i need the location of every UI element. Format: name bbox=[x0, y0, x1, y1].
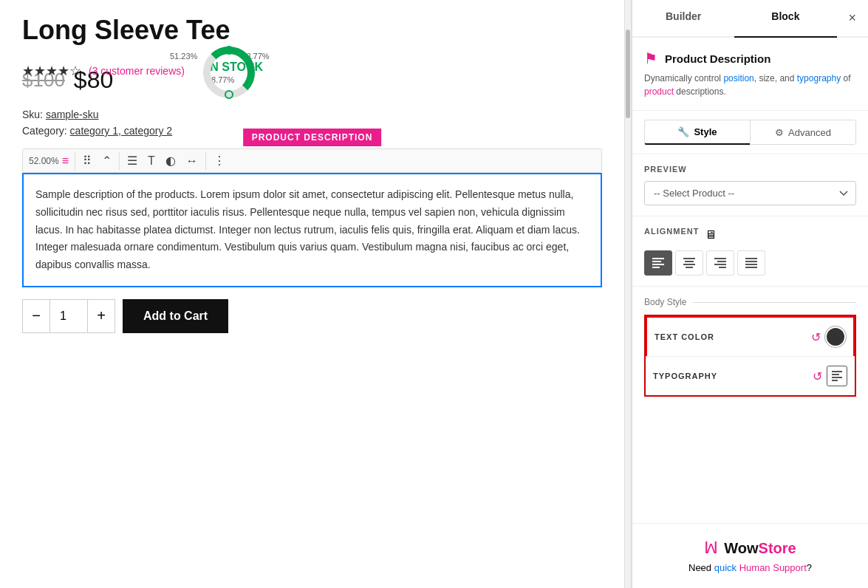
style-button[interactable]: 🔧 Style bbox=[644, 120, 750, 145]
text-color-picker-button[interactable] bbox=[825, 327, 846, 347]
toolbar-align-icons: ☰ T ◐ ↔ bbox=[120, 149, 205, 172]
svg-rect-21 bbox=[832, 374, 839, 375]
svg-rect-18 bbox=[745, 264, 757, 265]
svg-rect-13 bbox=[717, 261, 726, 262]
align-justify-button[interactable] bbox=[737, 250, 765, 276]
typography-reset-button[interactable]: ↺ bbox=[813, 369, 822, 383]
quick-text: quick bbox=[714, 562, 737, 573]
monitor-icon: 🖥 bbox=[705, 228, 717, 242]
toolbar-icons: ⠿ ⌃ bbox=[75, 149, 119, 172]
add-to-cart-button[interactable]: Add to Cart bbox=[123, 299, 228, 333]
svg-rect-22 bbox=[832, 377, 842, 378]
svg-rect-7 bbox=[652, 267, 660, 268]
edit-icon[interactable]: ≡ bbox=[62, 154, 69, 168]
product-panel: Long Sleeve Tee ★★★★☆ (3 customer review… bbox=[0, 0, 624, 588]
typography-row: TYPOGRAPHY ↺ bbox=[646, 356, 855, 395]
tab-builder[interactable]: Builder bbox=[632, 0, 734, 38]
alignment-label: ALIGNMENT bbox=[644, 227, 699, 236]
star-rating: ★★★★☆ bbox=[22, 63, 81, 79]
wowstore-text: WowStore bbox=[724, 540, 796, 557]
advanced-button[interactable]: ⚙ Advanced bbox=[750, 120, 856, 145]
select-product-dropdown[interactable]: -- Select Product -- bbox=[644, 181, 856, 205]
align-left-icon[interactable]: ☰ bbox=[124, 152, 140, 169]
svg-rect-23 bbox=[832, 380, 838, 381]
text-color-reset-button[interactable]: ↺ bbox=[811, 330, 821, 344]
move-up-icon[interactable]: ⌃ bbox=[99, 152, 115, 169]
svg-rect-5 bbox=[652, 261, 661, 262]
tab-block[interactable]: Block bbox=[734, 0, 836, 38]
alignment-buttons bbox=[644, 250, 856, 276]
advanced-label: Advanced bbox=[788, 127, 831, 138]
svg-rect-15 bbox=[719, 267, 726, 268]
toolbar-percent: 52.00% bbox=[29, 156, 59, 166]
quantity-increase-button[interactable]: + bbox=[87, 299, 115, 333]
human-text: Human Support bbox=[739, 562, 807, 573]
gear-icon: ⚙ bbox=[775, 127, 784, 138]
align-justify-icon bbox=[745, 258, 757, 268]
typography-icon bbox=[831, 370, 843, 382]
product-desc-tag: PRODUCT DESCRIPTION bbox=[243, 129, 382, 146]
svg-rect-11 bbox=[686, 267, 693, 268]
align-right-button[interactable] bbox=[706, 250, 734, 276]
preview-label: PREVIEW bbox=[644, 165, 856, 174]
block-toolbar: 52.00% ≡ ⠿ ⌃ ☰ T ◐ ↔ ⋮ PRODUCT DESCRIPTI… bbox=[22, 148, 602, 173]
quantity-decrease-button[interactable]: − bbox=[22, 299, 50, 333]
style-label: Style bbox=[694, 126, 717, 137]
svg-rect-10 bbox=[683, 264, 695, 265]
wow-text: Wow bbox=[724, 540, 758, 556]
text-color-label: TEXT COLOR bbox=[655, 332, 714, 341]
fill-icon[interactable]: ◐ bbox=[163, 152, 179, 169]
alignment-label-row: ALIGNMENT 🖥 bbox=[644, 227, 856, 243]
description-block[interactable]: Sample description of the products. Lore… bbox=[22, 173, 602, 287]
preview-section: PREVIEW -- Select Product -- bbox=[632, 154, 868, 216]
scrollbar[interactable] bbox=[624, 0, 632, 588]
quantity-input[interactable] bbox=[50, 299, 87, 333]
body-style-label: Body Style bbox=[644, 297, 856, 307]
store-text: Store bbox=[759, 540, 796, 556]
close-button[interactable]: × bbox=[837, 0, 869, 36]
category-label: Category: bbox=[22, 125, 67, 137]
sku-label: Sku: bbox=[22, 109, 43, 120]
svg-rect-9 bbox=[685, 261, 694, 262]
wowstore-support: Need quick Human Support? bbox=[644, 562, 856, 573]
svg-rect-6 bbox=[652, 264, 664, 265]
highlight-position: position bbox=[723, 73, 753, 83]
svg-rect-17 bbox=[745, 261, 757, 262]
svg-rect-19 bbox=[745, 267, 757, 268]
style-advanced-row: 🔧 Style ⚙ Advanced bbox=[632, 111, 868, 154]
stock-donut-chart bbox=[199, 43, 259, 102]
svg-rect-14 bbox=[714, 264, 726, 265]
text-icon[interactable]: T bbox=[145, 153, 158, 169]
alignment-section: ALIGNMENT 🖥 bbox=[632, 216, 868, 287]
more-icon[interactable]: ⋮ bbox=[211, 152, 228, 169]
highlight-product: product bbox=[644, 86, 674, 97]
align-center-icon bbox=[683, 258, 695, 268]
drag-icon[interactable]: ⠿ bbox=[80, 152, 95, 169]
plugin-icon: ⚑ bbox=[644, 49, 657, 67]
wowstore-logo: ꟽ WowStore bbox=[644, 539, 856, 558]
align-left-button[interactable] bbox=[644, 250, 672, 276]
text-color-controls: ↺ bbox=[811, 327, 846, 347]
typography-controls: ↺ bbox=[813, 366, 847, 386]
plugin-title-row: ⚑ Product Description bbox=[644, 49, 856, 67]
body-style-section: Body Style TEXT COLOR ↺ TYPOGRAPHY ↺ bbox=[632, 287, 868, 407]
review-link[interactable]: (3 customer reviews) bbox=[89, 65, 185, 77]
svg-rect-12 bbox=[714, 258, 726, 259]
right-panel: Builder Block × ⚑ Product Description Dy… bbox=[632, 0, 868, 588]
sku-row: Sku: sample-sku bbox=[22, 109, 602, 120]
align-left-icon bbox=[652, 258, 664, 268]
highlight-typography: typography bbox=[797, 73, 841, 83]
stock-donut: IN STOCK 48.77% bbox=[199, 58, 263, 84]
typography-settings-button[interactable] bbox=[827, 366, 847, 386]
typography-label: TYPOGRAPHY bbox=[653, 372, 717, 380]
body-style-controls: TEXT COLOR ↺ TYPOGRAPHY ↺ bbox=[644, 315, 856, 397]
wowstore-icon: ꟽ bbox=[704, 539, 718, 558]
category-value[interactable]: category 1, category 2 bbox=[70, 125, 173, 137]
expand-icon[interactable]: ↔ bbox=[183, 153, 201, 169]
toolbar-left: 52.00% ≡ bbox=[23, 151, 75, 171]
align-center-button[interactable] bbox=[675, 250, 703, 276]
text-color-row: TEXT COLOR ↺ bbox=[646, 316, 855, 356]
wrench-icon: 🔧 bbox=[677, 126, 689, 137]
sku-value[interactable]: sample-sku bbox=[46, 109, 99, 120]
plugin-title: Product Description bbox=[665, 52, 770, 65]
